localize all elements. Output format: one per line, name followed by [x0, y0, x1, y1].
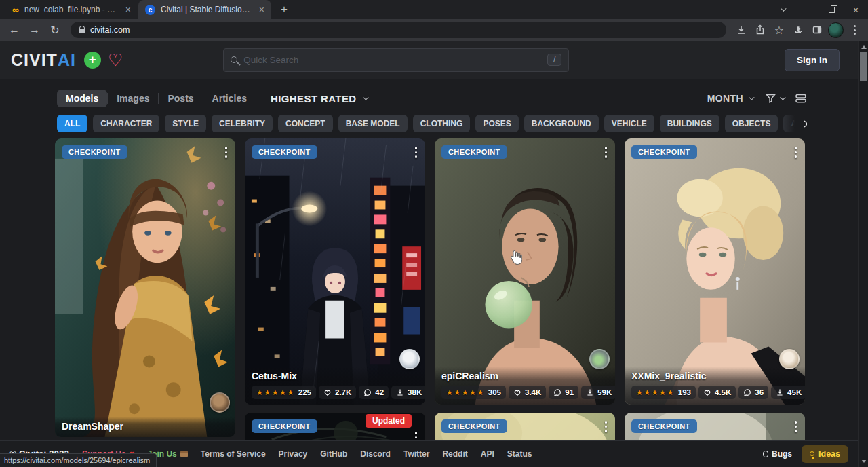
browser-tab-colab[interactable]: ∞ new_colab_file.ipynb - Colaborat ×	[5, 3, 138, 16]
window-close-button[interactable]: ×	[844, 0, 868, 19]
download-icon	[586, 388, 594, 396]
creator-avatar[interactable]	[210, 392, 230, 413]
bookmark-star-icon[interactable]: ☆	[771, 22, 787, 38]
new-tab-button[interactable]: +	[275, 1, 293, 18]
search-input[interactable]	[243, 55, 541, 65]
url-text: civitai.com	[90, 25, 130, 35]
browser-menu-icon[interactable]	[846, 22, 863, 38]
category-pill-character[interactable]: CHARACTER	[93, 115, 159, 132]
tab-posts[interactable]: Posts	[159, 90, 202, 107]
chevron-down-icon	[780, 94, 785, 100]
model-type-badge: CHECKPOINT	[631, 419, 697, 433]
category-pill-vehicle[interactable]: VEHICLE	[604, 115, 654, 132]
extensions-puzzle-icon[interactable]	[790, 22, 806, 38]
star-icons: ★★★★★	[636, 388, 675, 397]
likes-stat: 2.7K	[319, 386, 356, 399]
card-menu-icon[interactable]	[793, 419, 799, 434]
tab-search-chevron-icon[interactable]	[770, 0, 795, 19]
model-card-dreamshaper[interactable]: CHECKPOINT DreamShaper	[54, 138, 236, 438]
star-icons: ★★★★★	[256, 388, 295, 397]
reload-button[interactable]: ↻	[46, 21, 64, 39]
address-bar[interactable]: civitai.com	[71, 22, 726, 38]
scrollbar-up-arrow[interactable]	[859, 42, 868, 52]
colab-favicon-icon: ∞	[12, 5, 19, 14]
card-menu-icon[interactable]	[604, 419, 609, 434]
window-restore-button[interactable]	[819, 0, 844, 19]
ideas-button[interactable]: Ideas	[802, 445, 848, 463]
scrollbar-down-arrow[interactable]	[859, 456, 868, 466]
model-title: Cetus-Mix	[252, 371, 418, 381]
tab-articles[interactable]: Articles	[203, 90, 256, 107]
tab-models[interactable]: Models	[57, 90, 107, 107]
browser-tab-civitai[interactable]: c Civitai | Stable Diffusion models, ×	[138, 0, 271, 19]
sort-dropdown[interactable]: HIGHEST RATED	[271, 93, 367, 105]
card-menu-icon[interactable]	[414, 145, 419, 160]
scrollbar-thumb[interactable]	[860, 52, 867, 81]
model-card-cetus-mix[interactable]: CHECKPOINT Cetus-Mix ★★★★★225 2.7K 42	[244, 138, 426, 405]
support-heart-icon[interactable]: ♡	[108, 52, 123, 69]
category-pill-poses[interactable]: POSES	[475, 115, 518, 132]
footer-link-api[interactable]: API	[481, 449, 494, 459]
page-scrollbar[interactable]	[858, 41, 868, 467]
downloads-stat: 45K	[771, 386, 806, 399]
likes-stat: 3.4K	[509, 386, 546, 399]
scroll-categories-right-button[interactable]	[780, 115, 807, 132]
model-card-epicrealism[interactable]: CHECKPOINT epiCRealism ★★★★★305 3.4K 91	[434, 138, 616, 405]
model-type-badge: CHECKPOINT	[441, 145, 507, 159]
forward-button[interactable]: →	[26, 21, 43, 39]
model-card-xxmix-9realistic[interactable]: CHECKPOINT XXMix_9realistic ★★★★★193 4.5…	[624, 138, 806, 405]
rating-stat: ★★★★★193	[631, 386, 696, 399]
tab-images[interactable]: Images	[108, 90, 158, 107]
lock-icon	[79, 29, 85, 33]
footer-link-discord[interactable]: Discord	[360, 449, 391, 459]
browser-profile-avatar[interactable]	[828, 22, 844, 38]
back-button[interactable]: ←	[5, 21, 23, 39]
comment-icon	[743, 388, 751, 396]
card-menu-icon[interactable]	[604, 145, 609, 160]
card-info-overlay: Cetus-Mix ★★★★★225 2.7K 42 38K	[245, 367, 425, 405]
footer-link-privacy[interactable]: Privacy	[279, 449, 308, 459]
side-panel-icon[interactable]	[809, 22, 825, 38]
category-pill-clothing[interactable]: CLOTHING	[413, 115, 471, 132]
sign-in-button[interactable]: Sign In	[785, 49, 840, 71]
model-type-badge: CHECKPOINT	[252, 419, 317, 433]
window-minimize-button[interactable]: −	[795, 0, 819, 19]
logo-text: CIVIT	[11, 50, 58, 70]
footer-link-twitter[interactable]: Twitter	[403, 449, 429, 459]
browser-status-url: https://civitai.com/models/25694/epicrea…	[0, 453, 157, 467]
footer-link-github[interactable]: GitHub	[320, 449, 347, 459]
close-tab-icon[interactable]: ×	[125, 5, 131, 14]
briefcase-icon	[180, 451, 188, 457]
layout-toggle-button[interactable]	[795, 93, 807, 104]
browser-tab-bar: ∞ new_colab_file.ipynb - Colaborat × c C…	[0, 0, 868, 19]
footer-link-terms[interactable]: Terms of Service	[201, 449, 266, 459]
upload-plus-button[interactable]: +	[84, 52, 101, 69]
card-info-overlay: epiCRealism ★★★★★305 3.4K 91 59K	[435, 367, 615, 405]
category-pill-base-model[interactable]: BASE MODEL	[338, 115, 408, 132]
funnel-icon	[765, 93, 776, 104]
civitai-logo[interactable]: CIVITAI	[11, 50, 76, 70]
category-pill-buildings[interactable]: BUILDINGS	[660, 115, 719, 132]
model-type-badge: CHECKPOINT	[441, 419, 507, 433]
bugs-button[interactable]: Bugs	[763, 449, 792, 459]
share-icon[interactable]	[752, 22, 768, 38]
category-pill-concept[interactable]: CONCEPT	[278, 115, 333, 132]
footer-link-reddit[interactable]: Reddit	[442, 449, 467, 459]
category-pill-celebrity[interactable]: CELEBRITY	[212, 115, 273, 132]
card-menu-icon[interactable]	[224, 145, 229, 160]
footer-link-status[interactable]: Status	[507, 449, 532, 459]
bug-icon	[763, 451, 768, 457]
category-pill-background[interactable]: BACKGROUND	[524, 115, 599, 132]
category-pill-objects[interactable]: OBJECTS	[725, 115, 778, 132]
close-tab-icon[interactable]: ×	[259, 5, 264, 14]
category-pill-style[interactable]: STYLE	[165, 115, 206, 132]
card-menu-icon[interactable]	[793, 145, 799, 160]
content-type-tabs: Models Images Posts Articles	[57, 90, 256, 107]
category-pill-all[interactable]: ALL	[57, 115, 87, 132]
period-dropdown[interactable]: MONTH	[707, 93, 753, 104]
quick-search-bar[interactable]: /	[223, 48, 569, 72]
download-icon[interactable]	[733, 22, 749, 38]
rating-stat: ★★★★★305	[441, 386, 506, 399]
filter-dropdown[interactable]	[765, 93, 784, 104]
model-type-badge: CHECKPOINT	[631, 145, 697, 159]
